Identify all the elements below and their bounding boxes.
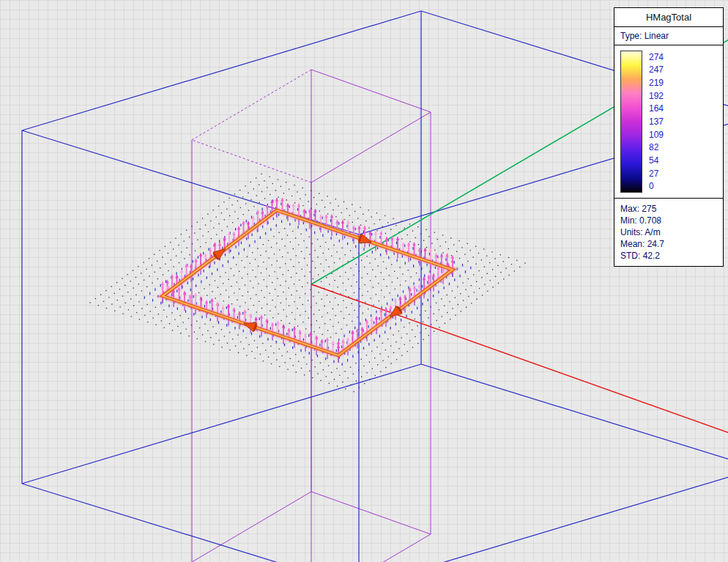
stat-line: Min: 0.708 (620, 215, 717, 226)
scale-label: 109 (649, 128, 664, 141)
legend-panel[interactable]: HMagTotal Type: Linear 27424721919216413… (614, 7, 724, 267)
scale-label: 0 (649, 180, 664, 193)
scale-label: 137 (649, 115, 664, 128)
scale-label: 164 (649, 103, 664, 116)
scale-label: 27 (649, 167, 664, 180)
stat-line: Mean: 24.7 (620, 238, 717, 250)
field-vectors-down (163, 212, 453, 363)
color-scale-labels: 2742472191921641371098254270 (649, 51, 664, 193)
x-axis-line (311, 284, 728, 460)
3d-viewport[interactable]: HMagTotal Type: Linear 27424721919216413… (0, 0, 728, 562)
stat-line: STD: 42.2 (620, 250, 717, 262)
stat-line: Units: A/m (620, 226, 717, 238)
scale-label: 274 (649, 51, 664, 64)
field-point-grid (89, 174, 525, 392)
scale-label: 219 (649, 76, 664, 89)
scale-label: 82 (649, 141, 664, 154)
legend-scale-type: Type: Linear (614, 27, 723, 45)
scale-label: 192 (649, 89, 664, 103)
color-scale: 2742472191921641371098254270 (614, 45, 723, 199)
legend-title: HMagTotal (614, 8, 723, 27)
scale-label: 54 (649, 154, 664, 167)
scale-label: 247 (649, 64, 664, 77)
stat-line: Max: 275 (620, 203, 717, 215)
color-scale-bar (620, 51, 642, 193)
legend-stats: Max: 275Min: 0.708Units: A/mMean: 24.7ST… (614, 199, 723, 266)
